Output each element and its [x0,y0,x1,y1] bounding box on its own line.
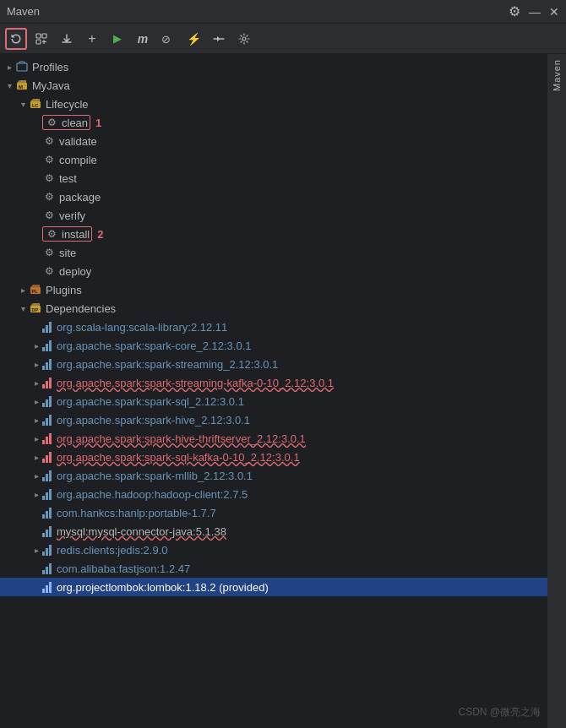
dep-bar-icon [42,488,54,500]
svg-rect-0 [36,34,41,38]
install-badge: 2 [97,228,103,241]
dep-bar-icon-red [42,377,54,388]
dep-spark-mllib-arrow [30,470,42,481]
maven-tree[interactable]: Profiles M MyJava LC [0,54,547,728]
plugins-arrow [17,284,29,296]
dep-spark-mllib[interactable]: org.apache.spark:spark-mllib_2.12:3.0.1 [0,466,547,485]
dep-scala-library[interactable]: org.scala-lang:scala-library:2.12.11 [0,318,547,336]
window-controls: ⚙ — ✕ [509,3,559,19]
close-icon[interactable]: ✕ [549,5,559,19]
dep-spark-streaming-kafka-arrow [30,377,42,388]
watermark: CSDN @微亮之海 [458,705,541,720]
myjava-icon: M [15,79,29,92]
verify-label: verify [59,209,85,222]
dep-spark-sql-arrow [30,395,42,407]
site-label: site [59,247,76,259]
refresh-button[interactable] [5,28,27,50]
svg-text:⊘: ⊘ [161,33,171,45]
dep-label: org.scala-lang:scala-library:2.12.11 [57,321,227,334]
dep-spark-core[interactable]: org.apache.spark:spark-core_2.12:3.0.1 [0,336,547,355]
dep-fastjson[interactable]: com.alibaba:fastjson:1.2.47 [0,559,547,578]
dep-spark-hive-thrift[interactable]: org.apache.spark:spark-hive-thriftserver… [0,429,547,448]
plugins-item[interactable]: PL Plugins [0,280,547,299]
validate-label: validate [59,135,97,148]
dep-spark-sql[interactable]: org.apache.spark:spark-sql_2.12:3.0.1 [0,392,547,410]
clean-highlight-box: ⚙ clean [42,115,90,130]
dep-spark-hive[interactable]: org.apache.spark:spark-hive_2.12:3.0.1 [0,410,547,429]
dep-bar-icon [42,562,54,574]
myjava-item[interactable]: M MyJava [0,76,547,95]
top-bar: Maven ⚙ — ✕ [0,0,566,24]
dep-spark-sql-kafka-arrow [30,451,42,463]
dep-jedis-arrow [30,544,42,556]
minimize-icon[interactable]: — [529,5,541,19]
dep-spark-streaming[interactable]: org.apache.spark:spark-streaming_2.12:3.… [0,355,547,373]
dep-mysql-connector[interactable]: mysql:mysql-connector-java:5.1.38 [0,522,547,541]
profiles-item[interactable]: Profiles [0,57,547,76]
lightning-button[interactable]: ⚡ [182,28,204,50]
lifecycle-item-package[interactable]: ⚙ package [0,187,547,206]
svg-rect-2 [36,40,41,44]
dep-bar-icon [42,395,54,407]
lifecycle-item-deploy[interactable]: ⚙ deploy [0,262,547,280]
dep-label: mysql:mysql-connector-java:5.1.38 [57,525,226,538]
dep-spark-sql-kafka[interactable]: org.apache.spark:spark-sql-kafka-0-10_2.… [0,448,547,466]
dep-label: org.apache.spark:spark-streaming-kafka-0… [57,377,334,389]
add-button[interactable]: + [81,28,103,50]
dep-spark-streaming-arrow [30,358,42,370]
package-gear-icon: ⚙ [42,190,56,204]
dep-spark-streaming-kafka[interactable]: org.apache.spark:spark-streaming-kafka-0… [0,373,547,392]
dep-label: org.apache.spark:spark-core_2.12:3.0.1 [57,340,252,352]
dep-lombok[interactable]: org.projectlombok:lombok:1.18.2 (provide… [0,578,547,596]
lifecycle-item-test[interactable]: ⚙ test [0,169,547,187]
dep-bar-icon [42,321,54,333]
download-button[interactable] [56,28,78,50]
m-button[interactable]: m [132,28,154,50]
profiles-arrow [3,61,15,73]
window-title: Maven [7,5,509,18]
myjava-arrow [3,79,15,91]
profiles-label: Profiles [32,61,68,73]
dep-bar-icon [42,525,54,537]
maven-panel: Profiles M MyJava LC [0,54,566,728]
collapse-button[interactable] [30,28,52,50]
dep-bar-icon [42,340,54,351]
right-stripe-label: Maven [552,59,562,91]
dep-bar-icon [42,358,54,370]
dep-bar-icon [42,414,54,426]
lifecycle-item-compile[interactable]: ⚙ compile [0,150,547,169]
skip-test-button[interactable]: ⊘ [157,28,179,50]
toolbar: + ▶ m ⊘ ⚡ [0,24,566,54]
lifecycle-icon: LC [29,97,42,111]
dependencies-label: Dependencies [46,302,116,315]
dependencies-item[interactable]: DP Dependencies [0,299,547,318]
toggle-offline-button[interactable] [208,28,230,50]
plugins-icon: PL [29,283,42,296]
clean-badge: 1 [95,117,101,129]
dep-jedis[interactable]: redis.clients:jedis:2.9.0 [0,541,547,559]
dep-label: org.apache.spark:spark-mllib_2.12:3.0.1 [57,470,253,482]
settings-button[interactable] [233,28,255,50]
lifecycle-item[interactable]: LC Lifecycle [0,95,547,113]
lifecycle-item-validate[interactable]: ⚙ validate [0,132,547,150]
install-label: install [62,228,90,241]
myjava-label: MyJava [32,79,70,92]
settings-icon[interactable]: ⚙ [509,3,520,19]
dependencies-arrow [17,302,29,314]
lifecycle-item-clean[interactable]: ⚙ clean 1 [0,113,547,132]
right-stripe: Maven [547,54,566,728]
svg-text:PL: PL [32,289,39,294]
dep-hadoop-client[interactable]: org.apache.hadoop:hadoop-client:2.7.5 [0,485,547,503]
dep-label: org.apache.hadoop:hadoop-client:2.7.5 [57,488,248,501]
dep-label: org.projectlombok:lombok:1.18.2 (provide… [57,581,269,594]
svg-text:LC: LC [32,103,38,108]
lifecycle-item-site[interactable]: ⚙ site [0,243,547,262]
lifecycle-item-verify[interactable]: ⚙ verify [0,206,547,225]
dep-bar-icon [42,470,54,481]
verify-gear-icon: ⚙ [42,209,56,222]
clean-gear-icon: ⚙ [45,116,58,129]
run-button[interactable]: ▶ [106,28,128,50]
dep-spark-core-arrow [30,340,42,351]
lifecycle-item-install[interactable]: ⚙ install 2 [0,225,547,243]
dep-hanlp[interactable]: com.hankcs:hanlp:portable-1.7.7 [0,503,547,522]
